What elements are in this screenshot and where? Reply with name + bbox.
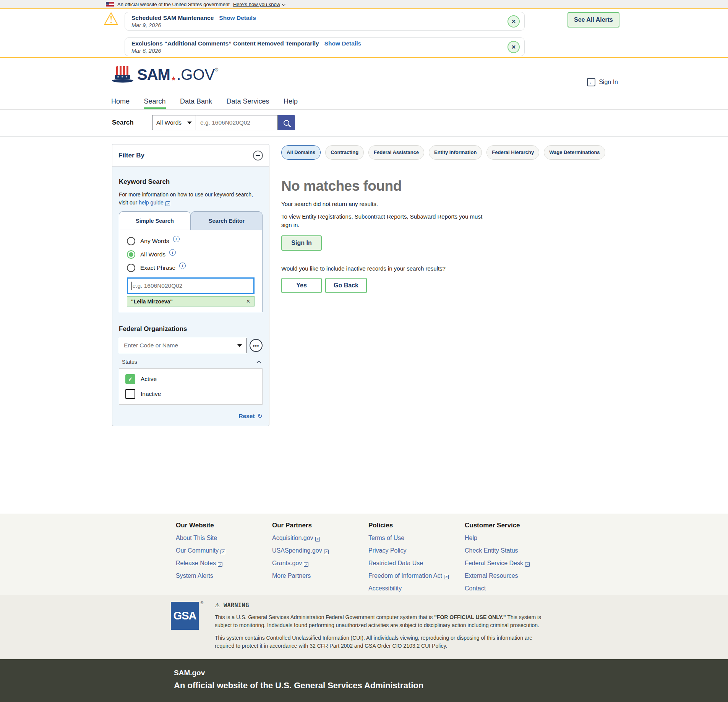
- alert-show-details-link[interactable]: Show Details: [324, 40, 361, 47]
- footer-link-more-partners[interactable]: More Partners: [272, 572, 368, 579]
- pill-all-domains[interactable]: All Domains: [281, 145, 321, 160]
- no-results-text: Your search did not return any results.: [281, 201, 605, 207]
- inactive-checkbox[interactable]: [125, 389, 135, 399]
- footer-link-help[interactable]: Help: [465, 535, 561, 541]
- external-link-icon: [221, 550, 225, 554]
- status-section-header: Status: [119, 359, 263, 365]
- more-options-button[interactable]: •••: [250, 339, 263, 352]
- footer-link-label: Acquisition.gov: [272, 535, 313, 541]
- external-link-icon: [324, 550, 329, 554]
- status-options-panel: Active Inactive: [119, 368, 263, 405]
- sign-in-link[interactable]: Sign In: [587, 78, 618, 86]
- tab-simple-search[interactable]: Simple Search: [119, 211, 191, 230]
- footer-link-accessibility[interactable]: Accessibility: [368, 585, 465, 592]
- nav-item-data-bank[interactable]: Data Bank: [180, 97, 212, 109]
- external-link-icon: [315, 537, 320, 541]
- pill-federal-assistance[interactable]: Federal Assistance: [368, 145, 424, 160]
- alerts-section: ⚠ Scheduled SAM Maintenance Show Details…: [0, 9, 728, 58]
- all-words-radio[interactable]: [127, 250, 135, 259]
- tab-search-editor[interactable]: Search Editor: [191, 211, 263, 230]
- sign-in-icon: [587, 78, 595, 86]
- footer-warning-section: GSA ® ⚠ WARNING This is a U.S. General S…: [0, 595, 728, 659]
- footer-column-customer-service: Customer Service Help Check Entity Statu…: [465, 522, 561, 595]
- footer-link-grants-gov[interactable]: Grants.gov: [272, 560, 368, 567]
- footer-tagline: An official website of the U.S. General …: [174, 681, 728, 691]
- gsa-logo: GSA ®: [171, 602, 199, 630]
- filter-panel-body: Keyword Search For more information on h…: [112, 167, 269, 426]
- external-link-icon: [165, 201, 170, 206]
- status-option-inactive: Inactive: [125, 389, 256, 399]
- active-label: Active: [141, 376, 157, 383]
- alert-close-button[interactable]: ✕: [507, 15, 520, 28]
- pill-wage-determinations[interactable]: Wage Determinations: [544, 145, 605, 160]
- footer-link-federal-service-desk[interactable]: Federal Service Desk: [465, 560, 561, 567]
- external-link-icon: [218, 562, 222, 567]
- main-content: Filter By Keyword Search For more inform…: [0, 137, 728, 514]
- nav-item-search[interactable]: Search: [144, 97, 165, 109]
- yes-button[interactable]: Yes: [281, 278, 322, 293]
- footer-link-acquisition-gov[interactable]: Acquisition.gov: [272, 535, 368, 541]
- footer-heading: Our Website: [176, 522, 272, 529]
- info-icon[interactable]: i: [173, 236, 180, 242]
- keyword-input[interactable]: e.g. 1606N020Q02: [127, 277, 255, 294]
- search-submit-button[interactable]: [278, 115, 295, 130]
- help-guide-link[interactable]: help guide: [139, 199, 164, 206]
- select-caret-icon: [237, 344, 242, 349]
- footer-link-label: Grants.gov: [272, 560, 302, 566]
- sam-gov-logo[interactable]: SAM ★ .GOV ®: [112, 66, 728, 83]
- warning-triangle-icon: ⚠: [103, 10, 119, 28]
- reset-filters-link[interactable]: Reset↻: [238, 413, 263, 419]
- text-cursor: [131, 282, 132, 290]
- pill-federal-hierarchy[interactable]: Federal Hierarchy: [486, 145, 539, 160]
- go-back-button[interactable]: Go Back: [325, 278, 367, 293]
- pill-contracting[interactable]: Contracting: [325, 145, 364, 160]
- footer-link-about-this-site[interactable]: About This Site: [176, 535, 272, 541]
- gsa-registered-mark: ®: [201, 601, 203, 605]
- pill-entity-information[interactable]: Entity Information: [429, 145, 482, 160]
- chevron-up-icon[interactable]: [256, 360, 261, 365]
- info-icon[interactable]: i: [169, 249, 176, 256]
- exact-phrase-label: Exact Phrase: [140, 264, 175, 271]
- exact-phrase-radio[interactable]: [127, 264, 135, 272]
- warning-paragraph-2: This system contains Controlled Unclassi…: [215, 634, 551, 650]
- footer-link-foia[interactable]: Freedom of Information Act: [368, 572, 465, 579]
- active-checkbox[interactable]: [125, 374, 135, 384]
- chip-remove-icon[interactable]: ✕: [246, 298, 250, 304]
- footer-link-label: Privacy Policy: [368, 547, 407, 554]
- sign-in-button[interactable]: Sign In: [281, 235, 322, 251]
- chevron-down-icon[interactable]: [282, 2, 286, 6]
- nav-item-home[interactable]: Home: [111, 97, 130, 109]
- global-search-bar: Search All Words e.g. 1606N020Q02: [0, 110, 728, 137]
- nav-item-data-services[interactable]: Data Services: [226, 97, 269, 109]
- any-words-radio[interactable]: [127, 237, 135, 245]
- footer-link-usaspending-gov[interactable]: USASpending.gov: [272, 547, 368, 554]
- search-mode-select[interactable]: All Words: [152, 115, 196, 130]
- footer-link-system-alerts[interactable]: System Alerts: [176, 572, 272, 579]
- footer-link-check-entity-status[interactable]: Check Entity Status: [465, 547, 561, 554]
- info-icon[interactable]: i: [179, 263, 186, 269]
- footer-link-privacy-policy[interactable]: Privacy Policy: [368, 547, 465, 554]
- gov-banner-link[interactable]: Here's how you know: [233, 2, 280, 7]
- footer-heading: Policies: [368, 522, 465, 529]
- collapse-filters-button[interactable]: [253, 151, 263, 161]
- alert-close-button[interactable]: ✕: [507, 41, 520, 53]
- footer-link-release-notes[interactable]: Release Notes: [176, 560, 272, 567]
- nav-item-help[interactable]: Help: [284, 97, 298, 109]
- footer-link-terms-of-use[interactable]: Terms of Use: [368, 535, 465, 541]
- see-all-alerts-button[interactable]: See All Alerts: [567, 12, 619, 28]
- footer-link-restricted-data-use[interactable]: Restricted Data Use: [368, 560, 465, 567]
- alert-show-details-link[interactable]: Show Details: [219, 15, 256, 21]
- warning-triangle-icon: ⚠: [215, 602, 220, 609]
- alert-item: Exclusions “Additional Comments” Content…: [125, 37, 525, 56]
- footer-link-external-resources[interactable]: External Resources: [465, 572, 561, 579]
- gov-banner: An official website of the United States…: [0, 0, 728, 9]
- federal-org-combobox[interactable]: Enter Code or Name: [119, 338, 247, 353]
- global-search-input[interactable]: e.g. 1606N020Q02: [196, 115, 278, 130]
- warning-text-bold: "FOR OFFICIAL USE ONLY.": [434, 614, 506, 620]
- footer-link-contact[interactable]: Contact: [465, 585, 561, 592]
- footer-link-our-community[interactable]: Our Community: [176, 547, 272, 554]
- footer-column-our-partners: Our Partners Acquisition.gov USASpending…: [272, 522, 368, 595]
- results-column: All Domains Contracting Federal Assistan…: [281, 144, 605, 293]
- federal-organizations-heading: Federal Organizations: [119, 325, 263, 333]
- keyword-chip-label: "Leila Mirzoeva": [131, 298, 173, 305]
